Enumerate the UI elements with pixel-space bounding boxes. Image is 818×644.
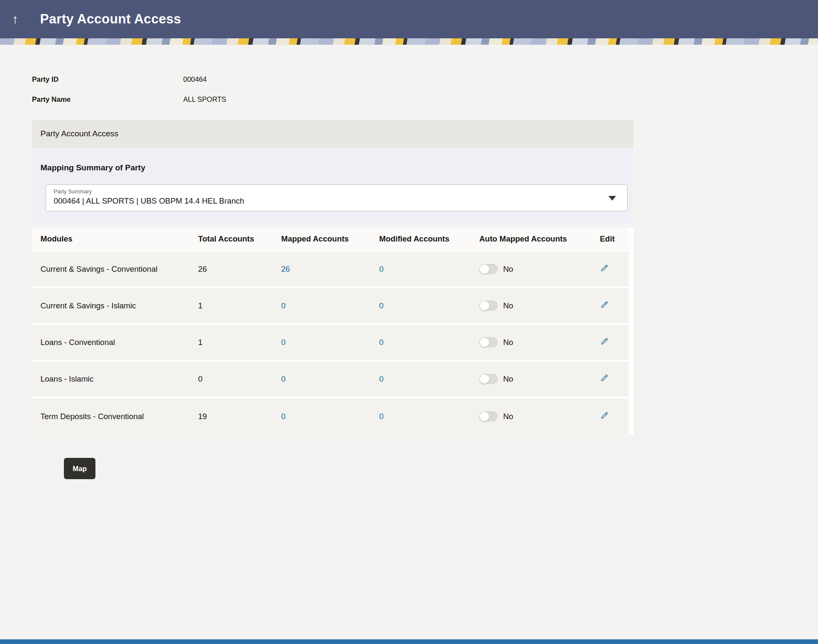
party-id-row: Party ID 000464 <box>32 75 818 83</box>
auto-mapped-state-label: No <box>503 412 513 421</box>
col-header-edit: Edit <box>591 234 629 244</box>
module-name: Current & Savings - Islamic <box>32 301 190 310</box>
pencil-icon <box>600 411 609 420</box>
col-header-modules: Modules <box>32 234 190 244</box>
auto-mapped-cell: No <box>471 374 591 384</box>
auto-mapped-toggle[interactable] <box>479 411 498 422</box>
auto-mapped-cell: No <box>471 301 591 311</box>
page-content: Party ID 000464 Party Name ALL SPORTS Pa… <box>0 45 818 479</box>
modified-accounts-link[interactable]: 0 <box>371 301 471 310</box>
col-header-total-accounts: Total Accounts <box>190 234 273 244</box>
auto-mapped-cell: No <box>471 337 591 348</box>
module-name: Term Deposits - Conventional <box>32 412 190 421</box>
edit-button[interactable] <box>600 411 609 420</box>
table-row: Loans - Islamic 0 0 0 No <box>32 362 629 398</box>
edit-cell <box>591 411 629 422</box>
decorative-pattern-strip <box>0 38 818 45</box>
col-header-auto-mapped-accounts: Auto Mapped Accounts <box>471 234 591 244</box>
edit-cell <box>591 337 629 348</box>
party-summary-dropdown-value: 000464 | ALL SPORTS | UBS OBPM 14.4 HEL … <box>54 196 602 206</box>
panel-title: Party Account Access <box>40 129 118 138</box>
mapped-accounts-link[interactable]: 0 <box>273 338 371 347</box>
edit-cell <box>591 264 629 275</box>
table-row: Current & Savings - Conventional 26 26 0… <box>32 252 629 288</box>
mapped-accounts-link[interactable]: 0 <box>273 301 371 310</box>
mapped-accounts-link[interactable]: 0 <box>273 412 371 421</box>
auto-mapped-state-label: No <box>503 264 513 274</box>
total-accounts-value: 1 <box>190 301 273 310</box>
module-name: Loans - Conventional <box>32 338 190 347</box>
modified-accounts-link[interactable]: 0 <box>371 264 471 274</box>
party-name-value: ALL SPORTS <box>183 95 226 104</box>
total-accounts-value: 26 <box>190 264 273 274</box>
col-header-modified-accounts: Modified Accounts <box>371 234 471 244</box>
pencil-icon <box>600 300 609 309</box>
party-summary-dropdown-label: Party Summary <box>54 188 602 195</box>
chevron-down-icon <box>608 196 616 201</box>
edit-button[interactable] <box>600 337 609 346</box>
edit-button[interactable] <box>600 300 609 309</box>
module-name: Current & Savings - Conventional <box>32 264 190 274</box>
pencil-icon <box>600 337 609 346</box>
toggle-knob-icon <box>480 374 489 384</box>
page-title: Party Account Access <box>40 12 181 27</box>
auto-mapped-cell: No <box>471 264 591 274</box>
toggle-knob-icon <box>480 412 489 421</box>
back-arrow-icon[interactable]: ↑ <box>12 13 29 26</box>
panel-header: Party Account Access <box>32 120 634 148</box>
mapping-summary-section: Mapping Summary of Party Party Summary 0… <box>32 148 634 223</box>
auto-mapped-toggle[interactable] <box>479 337 498 348</box>
app-header: ↑ Party Account Access <box>0 0 818 38</box>
auto-mapped-toggle[interactable] <box>479 301 498 311</box>
modules-table-wrap: Modules Total Accounts Mapped Accounts M… <box>32 227 634 435</box>
auto-mapped-toggle[interactable] <box>479 374 498 384</box>
modified-accounts-link[interactable]: 0 <box>371 374 471 384</box>
col-header-mapped-accounts: Mapped Accounts <box>273 234 371 244</box>
mapping-summary-title: Mapping Summary of Party <box>40 163 628 172</box>
party-name-row: Party Name ALL SPORTS <box>32 95 818 104</box>
auto-mapped-state-label: No <box>503 338 513 347</box>
modules-table: Modules Total Accounts Mapped Accounts M… <box>32 227 629 435</box>
total-accounts-value: 0 <box>190 374 273 384</box>
edit-cell <box>591 374 629 385</box>
pencil-icon <box>600 374 609 382</box>
auto-mapped-toggle[interactable] <box>479 264 498 274</box>
footer-bar <box>0 639 818 644</box>
table-header-row: Modules Total Accounts Mapped Accounts M… <box>32 227 629 252</box>
pencil-icon <box>600 264 609 273</box>
toggle-knob-icon <box>480 338 489 347</box>
party-name-label: Party Name <box>32 95 183 104</box>
map-button[interactable]: Map <box>64 458 95 479</box>
table-scrollbar[interactable] <box>629 227 634 435</box>
toggle-knob-icon <box>480 264 489 274</box>
total-accounts-value: 1 <box>190 338 273 347</box>
edit-button[interactable] <box>600 374 609 382</box>
modified-accounts-link[interactable]: 0 <box>371 338 471 347</box>
auto-mapped-cell: No <box>471 411 591 422</box>
edit-button[interactable] <box>600 264 609 273</box>
table-row: Current & Savings - Islamic 1 0 0 No <box>32 288 629 325</box>
total-accounts-value: 19 <box>190 412 273 421</box>
table-row: Term Deposits - Conventional 19 0 0 No <box>32 398 629 435</box>
module-name: Loans - Islamic <box>32 374 190 384</box>
party-summary-dropdown[interactable]: Party Summary 000464 | ALL SPORTS | UBS … <box>46 184 628 211</box>
auto-mapped-state-label: No <box>503 374 513 384</box>
mapped-accounts-link[interactable]: 26 <box>273 264 371 274</box>
party-account-access-panel: Party Account Access Mapping Summary of … <box>32 120 634 435</box>
party-id-label: Party ID <box>32 75 183 83</box>
modified-accounts-link[interactable]: 0 <box>371 412 471 421</box>
edit-cell <box>591 300 629 311</box>
auto-mapped-state-label: No <box>503 301 513 310</box>
party-id-value: 000464 <box>183 75 207 83</box>
mapped-accounts-link[interactable]: 0 <box>273 374 371 384</box>
table-row: Loans - Conventional 1 0 0 No <box>32 325 629 362</box>
toggle-knob-icon <box>480 301 489 310</box>
